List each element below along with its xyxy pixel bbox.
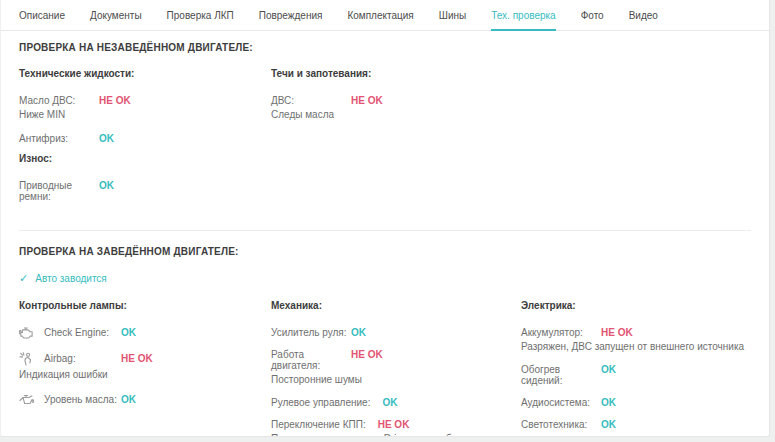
tab-video[interactable]: Видео (629, 0, 658, 31)
engine-off-col-2: Течи и запотевания: ДВС: НЕ OK Следы мас… (271, 68, 521, 133)
status-badge: OK (601, 397, 616, 408)
tab-tech-check[interactable]: Тех. проверка (491, 0, 555, 31)
check-item-check-engine: Check Engine: OK (19, 327, 271, 339)
check-item-audio: Аудиосистема: OK (521, 397, 751, 408)
electrics-column: Электрика: Аккумулятор: НЕ OK Разряжен, … (521, 300, 751, 438)
lamps-column: Контрольные лампы: Check Engine: OK (19, 300, 271, 419)
group-title-leaks: Течи и запотевания: (271, 68, 521, 79)
section-title-engine-on: ПРОВЕРКА НА ЗАВЕДЁННОМ ДВИГАТЕЛЕ: (19, 246, 751, 257)
check-item-drive-belts: Приводные ремни: OK (19, 180, 271, 202)
status-badge: НЕ OK (99, 95, 131, 106)
group-title-electrics: Электрика: (521, 300, 751, 311)
check-label: Светотехника: (521, 419, 597, 430)
check-label: Работа двигателя: (271, 349, 347, 371)
check-label: Приводные ремни: (19, 180, 95, 202)
check-label: Check Engine: (44, 327, 117, 338)
check-label: Аккумулятор: (521, 327, 597, 338)
airbag-icon (19, 352, 37, 366)
check-item-steering: Рулевое управление: OK (271, 397, 521, 408)
check-note: Разряжен, ДВС запущен от внешнего источн… (521, 341, 751, 354)
check-note: При включении режима Drive, автомобиль н… (271, 433, 521, 437)
check-item-seat-heating: Обогрев сидений: OK (521, 364, 751, 386)
section-divider (19, 230, 751, 231)
check-label: Airbag: (44, 353, 117, 364)
check-item-dvs-leaks: ДВС: НЕ OK Следы масла (271, 95, 521, 122)
engine-off-grid: Технические жидкости: Масло ДВС: НЕ OK Н… (19, 68, 751, 213)
check-label: Антифриз: (19, 133, 95, 144)
engine-on-grid: Контрольные лампы: Check Engine: OK (19, 300, 751, 438)
oil-can-icon (19, 394, 37, 405)
tab-tires[interactable]: Шины (439, 0, 466, 31)
tech-check-content: ПРОВЕРКА НА НЕЗАВЕДЁННОМ ДВИГАТЕЛЕ: Техн… (1, 31, 769, 437)
tab-equipment[interactable]: Комплектация (347, 0, 413, 31)
check-label: Переключение КПП: (271, 419, 374, 430)
tab-bar: Описание Документы Проверка ЛКП Поврежде… (1, 0, 769, 31)
status-badge: OK (121, 327, 136, 338)
check-icon: ✓ (19, 272, 28, 285)
status-badge: OK (99, 133, 114, 144)
section-title-engine-off: ПРОВЕРКА НА НЕЗАВЕДЁННОМ ДВИГАТЕЛЕ: (19, 42, 751, 53)
group-title-fluids: Технические жидкости: (19, 68, 271, 79)
status-badge: НЕ OK (351, 95, 383, 106)
check-item-gearbox: Переключение КПП: НЕ OK При включении ре… (271, 419, 521, 437)
status-badge: OK (601, 419, 616, 430)
check-label: Масло ДВС: (19, 95, 95, 106)
tab-description[interactable]: Описание (19, 0, 65, 31)
status-badge: НЕ OK (378, 419, 410, 430)
engine-off-col-1: Технические жидкости: Масло ДВС: НЕ OK Н… (19, 68, 271, 213)
status-badge: OK (601, 364, 616, 375)
check-note: Посторонние шумы (271, 374, 521, 387)
check-item-engine-oil: Масло ДВС: НЕ OK Ниже MIN (19, 95, 271, 122)
check-label: Аудиосистема: (521, 397, 597, 408)
tab-damages[interactable]: Повреждения (259, 0, 323, 31)
group-title-mechanics: Механика: (271, 300, 521, 311)
auto-starts-row: ✓ Авто заводится (19, 272, 751, 285)
check-label: Уровень масла: (44, 394, 117, 405)
check-item-battery: Аккумулятор: НЕ OK Разряжен, ДВС запущен… (521, 327, 751, 354)
tech-check-panel: Описание Документы Проверка ЛКП Поврежде… (0, 0, 770, 437)
check-item-airbag: Airbag: НЕ OK Индикация ошибки (19, 352, 271, 382)
check-note: Следы масла (271, 109, 521, 122)
status-badge: OK (351, 327, 366, 338)
check-item-lights: Светотехника: OK (521, 419, 751, 430)
check-item-power-steering: Усилитель руля: OK (271, 327, 521, 338)
group-title-lamps: Контрольные лампы: (19, 300, 271, 311)
status-badge: OK (382, 397, 397, 408)
status-badge: НЕ OK (351, 349, 383, 360)
tab-paint-check[interactable]: Проверка ЛКП (167, 0, 234, 31)
check-engine-icon (19, 327, 37, 339)
tab-documents[interactable]: Документы (90, 0, 142, 31)
mechanics-column: Механика: Усилитель руля: OK Работа двиг… (271, 300, 521, 438)
status-badge: OK (121, 394, 136, 405)
status-badge: НЕ OK (121, 353, 153, 364)
check-label: Усилитель руля: (271, 327, 347, 338)
status-badge: OK (99, 180, 114, 191)
check-item-engine-work: Работа двигателя: НЕ OK Посторонние шумы (271, 349, 521, 387)
check-label: Обогрев сидений: (521, 364, 597, 386)
tab-photo[interactable]: Фото (581, 0, 604, 31)
auto-starts-label: Авто заводится (35, 273, 107, 284)
check-item-antifreeze: Антифриз: OK (19, 133, 271, 144)
group-title-wear: Износ: (19, 153, 271, 164)
check-note: Ниже MIN (19, 109, 271, 122)
status-badge: НЕ OK (601, 327, 633, 338)
check-note: Индикация ошибки (19, 369, 271, 382)
check-item-oil-level: Уровень масла: OK (19, 394, 271, 405)
check-label: Рулевое управление: (271, 397, 378, 408)
check-label: ДВС: (271, 95, 347, 106)
